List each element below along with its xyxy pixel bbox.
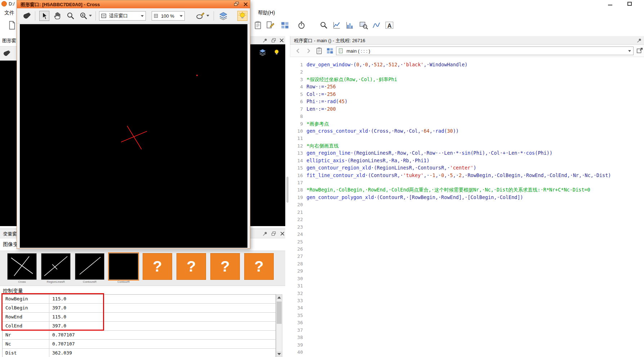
code-line[interactable]: 24 bbox=[290, 230, 644, 238]
zoom-percent-combo[interactable]: 100 % bbox=[152, 11, 185, 21]
close-icon[interactable] bbox=[279, 38, 285, 43]
code-line[interactable]: 31 bbox=[290, 282, 644, 289]
code-line[interactable]: 1dev_open_window·(0,·0,·512,·512,·'black… bbox=[290, 61, 644, 68]
image-variable-thumb[interactable]: ? bbox=[244, 253, 274, 280]
image-variable-thumb[interactable]: ? bbox=[143, 253, 172, 280]
docked-graphics-canvas[interactable] bbox=[250, 44, 285, 226]
code-line[interactable]: 6Phi·:=·rad(45) bbox=[290, 98, 644, 105]
variable-name[interactable]: ColBegin bbox=[3, 304, 49, 312]
code-line[interactable]: 29 bbox=[290, 267, 644, 274]
code-line[interactable]: 19gen_contour_polygon_xld·(ContourR,·[Ro… bbox=[290, 194, 644, 201]
pin-icon[interactable] bbox=[636, 38, 642, 43]
graphics-titlebar[interactable]: 图形窗口: [H5ABBC7DE0A0] - Cross bbox=[17, 0, 250, 8]
pan-hand-icon[interactable] bbox=[53, 11, 62, 21]
pin-icon[interactable] bbox=[262, 38, 268, 43]
variable-name[interactable]: Dist bbox=[3, 349, 49, 357]
scrollbar-thumb[interactable] bbox=[277, 301, 282, 324]
code-line[interactable]: 21 bbox=[290, 208, 644, 216]
graphics-canvas[interactable] bbox=[20, 24, 247, 248]
control-variable-row[interactable]: Nc0.707107 bbox=[3, 340, 276, 349]
clear-brush-icon[interactable] bbox=[23, 11, 32, 21]
new-file-icon[interactable] bbox=[7, 21, 17, 30]
edit-program-icon[interactable] bbox=[265, 21, 275, 30]
zoom-rect-icon[interactable] bbox=[79, 11, 88, 21]
code-line[interactable]: 14elliptic_axis·(RegionLinesR,·Ra,·Rb,·P… bbox=[290, 157, 644, 164]
code-line[interactable]: 22 bbox=[290, 216, 644, 223]
variable-value[interactable]: 397.0 bbox=[49, 304, 276, 312]
code-line[interactable]: 5Col·:=·256 bbox=[290, 91, 644, 98]
code-line[interactable]: 28 bbox=[290, 260, 644, 267]
examine-window-icon[interactable] bbox=[319, 21, 328, 30]
gray-profile-icon[interactable] bbox=[372, 21, 381, 30]
procedure-combo[interactable]: main ( : : : ) bbox=[336, 47, 634, 55]
lightbulb-icon[interactable] bbox=[237, 11, 247, 21]
code-line[interactable]: 13gen_region_line·(RegionLinesR,·Row,·Co… bbox=[290, 149, 644, 157]
fit-window-combo[interactable]: 适应窗口 bbox=[99, 11, 146, 21]
code-line[interactable]: 4Row·:=·256 bbox=[290, 83, 644, 90]
image-variable-thumb[interactable]: ? bbox=[176, 253, 206, 280]
dropdown-icon[interactable] bbox=[141, 15, 144, 17]
stopwatch-icon[interactable] bbox=[297, 21, 306, 30]
variable-value[interactable]: 0.707107 bbox=[49, 331, 276, 339]
code-line[interactable]: 35 bbox=[290, 312, 644, 319]
gray-histogram-icon[interactable] bbox=[332, 21, 341, 30]
code-line[interactable]: 25 bbox=[290, 238, 644, 245]
variable-name[interactable]: RowEnd bbox=[3, 313, 49, 321]
float-window-icon[interactable] bbox=[636, 47, 644, 55]
code-line[interactable]: 2 bbox=[290, 68, 644, 75]
control-variable-row[interactable]: ColBegin397.0 bbox=[3, 304, 276, 313]
code-line[interactable]: 17 bbox=[290, 179, 644, 186]
control-variable-row[interactable]: Nr0.707107 bbox=[3, 331, 276, 340]
image-variable-thumb[interactable] bbox=[75, 253, 104, 280]
code-line[interactable]: 33 bbox=[290, 297, 644, 304]
layers-icon[interactable] bbox=[219, 11, 228, 21]
code-line[interactable]: 30 bbox=[290, 275, 644, 282]
window-arrange-icon[interactable] bbox=[280, 21, 290, 30]
restore-icon[interactable] bbox=[271, 231, 277, 237]
dropdown-icon[interactable] bbox=[180, 15, 183, 17]
clipboard-icon[interactable] bbox=[253, 21, 263, 30]
code-line[interactable]: 26 bbox=[290, 245, 644, 252]
control-variable-row[interactable]: Dist362.039 bbox=[3, 349, 276, 357]
variable-scrollbar[interactable] bbox=[276, 294, 282, 357]
scroll-up-icon[interactable] bbox=[276, 295, 282, 300]
variable-name[interactable]: Nr bbox=[3, 331, 49, 339]
variable-value[interactable]: 115.0 bbox=[49, 295, 276, 303]
forward-icon[interactable] bbox=[304, 47, 312, 55]
code-line[interactable]: 3*假设经过坐标点(Row,·Col),·斜率Phi bbox=[290, 76, 644, 83]
variable-value[interactable]: 362.039 bbox=[49, 349, 276, 357]
image-variable-thumb[interactable] bbox=[41, 253, 71, 280]
feature-inspect-icon[interactable] bbox=[359, 21, 368, 30]
image-variable-thumb[interactable]: ? bbox=[210, 253, 240, 280]
code-line[interactable]: 20 bbox=[290, 201, 644, 208]
variable-name[interactable]: ColEnd bbox=[3, 322, 49, 330]
variable-value[interactable]: 0.707107 bbox=[49, 340, 276, 348]
code-line[interactable]: 12*向右侧画直线 bbox=[290, 142, 644, 149]
code-area[interactable]: 1dev_open_window·(0,·0,·512,·512,·'black… bbox=[290, 57, 644, 357]
font-tool-icon[interactable]: A bbox=[385, 21, 394, 30]
dropdown-icon[interactable] bbox=[89, 15, 92, 17]
graphics-restore-button[interactable] bbox=[233, 1, 241, 7]
code-line[interactable]: 32 bbox=[290, 290, 644, 297]
dropdown-icon[interactable] bbox=[206, 15, 209, 17]
image-variable-thumb[interactable] bbox=[7, 253, 37, 280]
code-line[interactable]: 36 bbox=[290, 319, 644, 326]
clipboard-icon[interactable] bbox=[315, 47, 323, 55]
menu-help[interactable]: 帮助(H) bbox=[258, 10, 275, 16]
lightbulb-icon[interactable] bbox=[273, 48, 281, 56]
variable-name[interactable]: Nc bbox=[3, 340, 49, 348]
variable-value[interactable]: 397.0 bbox=[49, 322, 276, 330]
maximize-button[interactable] bbox=[622, 0, 638, 8]
panel-splitter-handle[interactable] bbox=[286, 177, 289, 203]
feature-histogram-icon[interactable] bbox=[345, 21, 354, 30]
back-icon[interactable] bbox=[294, 47, 302, 55]
image-variable-thumb[interactable] bbox=[109, 253, 138, 280]
code-line[interactable]: 16fit_line_contour_xld·(ContoursR,·'tuke… bbox=[290, 172, 644, 179]
layers-icon[interactable] bbox=[259, 48, 267, 56]
code-line[interactable]: 23 bbox=[290, 223, 644, 230]
code-line[interactable]: 37 bbox=[290, 326, 644, 334]
code-line[interactable]: 38 bbox=[290, 334, 644, 341]
close-icon[interactable] bbox=[279, 231, 285, 237]
code-line[interactable]: 18*RowBegin,·ColBegin,·RowEnd,·ColEnd两点重… bbox=[290, 186, 644, 193]
code-line[interactable]: 10gen_cross_contour_xld·(Cross,·Row,·Col… bbox=[290, 127, 644, 135]
